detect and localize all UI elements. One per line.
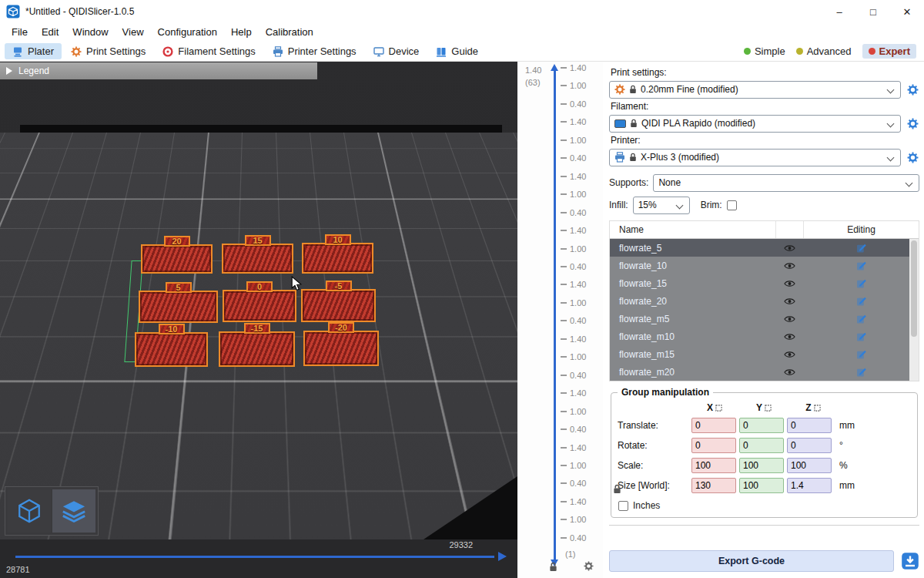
- mode-expert[interactable]: Expert: [862, 44, 916, 59]
- translate-z-input[interactable]: [787, 418, 832, 433]
- edit-icon[interactable]: [803, 260, 919, 271]
- table-row[interactable]: flowrate_m10: [610, 328, 919, 345]
- view-3d-button[interactable]: [8, 489, 51, 533]
- menu-item[interactable]: Edit: [35, 23, 65, 42]
- edit-icon[interactable]: [803, 278, 919, 288]
- eye-icon[interactable]: [775, 368, 803, 376]
- print-settings-combo[interactable]: 0.20mm Fine (modified): [609, 81, 901, 99]
- table-row[interactable]: flowrate_m20: [610, 363, 919, 381]
- legend-toggle[interactable]: Legend: [0, 62, 317, 79]
- rotate-z-input[interactable]: [787, 438, 832, 453]
- eye-icon[interactable]: [775, 315, 803, 323]
- horizontal-slider[interactable]: [15, 556, 494, 558]
- edit-icon[interactable]: [803, 243, 919, 253]
- edit-icon[interactable]: [803, 367, 919, 377]
- table-row[interactable]: flowrate_m15: [610, 345, 919, 363]
- print-object[interactable]: -10: [135, 332, 208, 367]
- menu-item[interactable]: View: [116, 23, 151, 42]
- tick-mark: [561, 428, 567, 430]
- menu-item[interactable]: Help: [224, 23, 259, 42]
- print-object[interactable]: 20: [141, 244, 213, 274]
- minimize-button[interactable]: –: [822, 0, 856, 23]
- table-scrollbar[interactable]: [909, 239, 919, 381]
- layer-slider[interactable]: [554, 71, 556, 560]
- translate-label: Translate:: [618, 420, 691, 431]
- print-object[interactable]: 15: [222, 244, 293, 274]
- eye-icon[interactable]: [775, 351, 803, 358]
- table-row[interactable]: flowrate_m5: [610, 310, 919, 328]
- tab-device[interactable]: Device: [366, 43, 427, 59]
- axis-reset-icon[interactable]: [814, 405, 821, 412]
- edit-icon[interactable]: [803, 296, 919, 306]
- print-object[interactable]: 0: [223, 290, 296, 322]
- layer-settings-gear-icon[interactable]: [584, 561, 594, 571]
- size-y-input[interactable]: [739, 478, 784, 493]
- menu-item[interactable]: Calibration: [259, 23, 320, 42]
- printer-icon: [273, 46, 283, 57]
- mode-simple[interactable]: Simple: [744, 45, 785, 57]
- tab-print-settings[interactable]: Print Settings: [63, 43, 153, 59]
- table-row[interactable]: flowrate_20: [610, 292, 919, 310]
- tab-printer-settings[interactable]: Printer Settings: [265, 43, 364, 59]
- size-label: Size [World]:: [618, 480, 691, 491]
- ruler-tick: 0.40: [561, 316, 586, 325]
- print-object[interactable]: -5: [301, 289, 376, 322]
- brim-checkbox[interactable]: [727, 200, 737, 210]
- close-button[interactable]: ✕: [890, 0, 924, 23]
- printer-combo[interactable]: X-Plus 3 (modified): [609, 149, 901, 166]
- eye-icon[interactable]: [775, 244, 803, 252]
- tab-plater[interactable]: Plater: [5, 43, 62, 59]
- menu-item[interactable]: Configuration: [151, 23, 224, 42]
- hslider-arrow-icon[interactable]: [498, 552, 507, 561]
- axis-reset-icon[interactable]: [715, 405, 722, 412]
- table-row[interactable]: flowrate_5: [610, 239, 919, 257]
- export-gcode-button[interactable]: Export G-code: [609, 550, 894, 572]
- translate-x-input[interactable]: [691, 418, 736, 433]
- viewport-3d[interactable]: 20 15 10 5 0 -5 -10 -15 -20 Legend: [0, 62, 517, 578]
- mode-advanced[interactable]: Advanced: [796, 45, 852, 57]
- edit-icon[interactable]: [803, 349, 919, 359]
- rotate-x-input[interactable]: [691, 438, 736, 453]
- send-to-printer-icon[interactable]: [901, 552, 919, 570]
- print-settings-gear-button[interactable]: [906, 84, 919, 96]
- table-row[interactable]: flowrate_10: [610, 257, 919, 274]
- scrollbar-thumb[interactable]: [911, 240, 917, 337]
- translate-y-input[interactable]: [739, 418, 784, 433]
- print-object[interactable]: -20: [303, 331, 379, 366]
- eye-icon[interactable]: [775, 333, 803, 341]
- eye-icon[interactable]: [775, 280, 803, 287]
- maximize-button[interactable]: □: [856, 0, 890, 23]
- table-row[interactable]: flowrate_15: [610, 274, 919, 292]
- printer-gear-button[interactable]: [906, 152, 919, 163]
- rotate-y-input[interactable]: [739, 438, 784, 453]
- filament-spool-icon: [162, 46, 173, 57]
- tab-guide[interactable]: Guide: [428, 43, 486, 59]
- print-object[interactable]: -15: [219, 331, 295, 367]
- supports-combo[interactable]: None: [653, 174, 919, 192]
- eye-icon[interactable]: [775, 297, 803, 305]
- edit-icon[interactable]: [803, 331, 919, 341]
- chevron-down-icon: [887, 86, 895, 93]
- edit-icon[interactable]: [803, 314, 919, 324]
- printer-label: Printer:: [611, 135, 919, 146]
- axis-reset-icon[interactable]: [765, 405, 772, 412]
- menu-item[interactable]: Window: [65, 23, 115, 42]
- tab-filament-settings[interactable]: Filament Settings: [155, 43, 263, 59]
- infill-combo[interactable]: 15%: [633, 197, 690, 214]
- ruler-tick: 0.40: [561, 208, 586, 217]
- scale-z-input[interactable]: [787, 458, 832, 473]
- filament-gear-button[interactable]: [906, 118, 919, 129]
- view-layers-button[interactable]: [52, 489, 95, 533]
- uniform-scale-lock-icon[interactable]: [613, 484, 621, 494]
- size-x-input[interactable]: [691, 478, 736, 493]
- size-z-input[interactable]: [787, 478, 832, 493]
- filament-combo[interactable]: QIDI PLA Rapido (modified): [609, 115, 901, 133]
- menu-item[interactable]: File: [5, 23, 35, 42]
- inches-checkbox[interactable]: [618, 501, 628, 511]
- eye-icon[interactable]: [775, 262, 803, 270]
- print-object[interactable]: 5: [139, 291, 218, 323]
- layer-lock-icon[interactable]: [549, 562, 557, 572]
- scale-y-input[interactable]: [739, 458, 784, 473]
- print-object[interactable]: 10: [302, 243, 373, 274]
- scale-x-input[interactable]: [691, 458, 736, 473]
